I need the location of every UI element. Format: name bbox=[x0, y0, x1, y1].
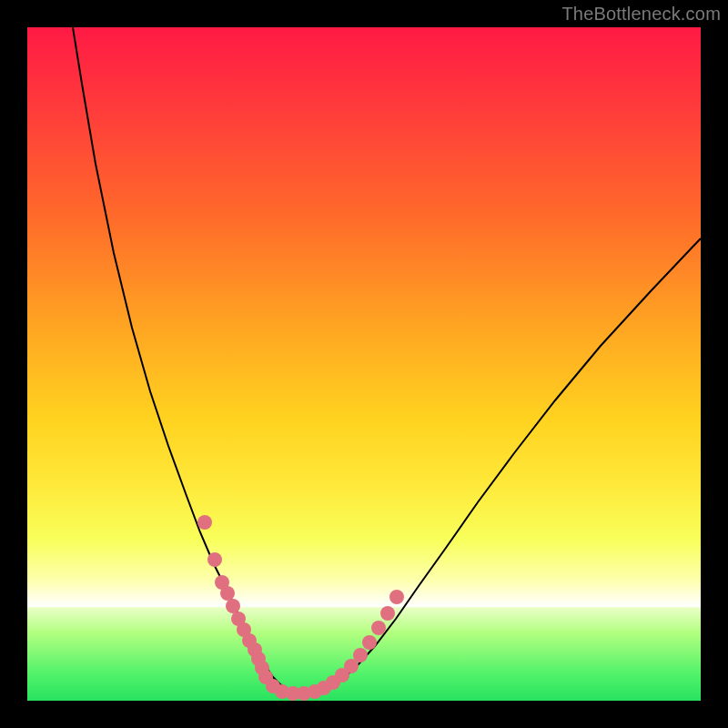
dots-right-dot bbox=[371, 621, 386, 635]
watermark-text: TheBottleneck.com bbox=[561, 4, 721, 25]
dots-left-dot bbox=[220, 586, 235, 601]
dots-left-dot bbox=[226, 599, 240, 613]
dots-left-dot bbox=[197, 515, 212, 530]
dots-left-dot bbox=[207, 552, 222, 567]
dots-bottom-dot bbox=[317, 681, 331, 695]
plot-area bbox=[27, 27, 701, 701]
dots-left-dot bbox=[255, 661, 269, 675]
dots-left-dot bbox=[242, 633, 257, 648]
dots-left-dot bbox=[258, 670, 273, 684]
dots-bottom-dot bbox=[266, 679, 280, 693]
dots-right-group bbox=[326, 590, 404, 690]
chart-frame: TheBottleneck.com bbox=[0, 0, 728, 728]
dots-bottom-dot bbox=[297, 686, 311, 701]
curve-path bbox=[73, 27, 701, 693]
dots-right-dot bbox=[326, 675, 340, 690]
dots-left-group bbox=[197, 515, 273, 684]
dots-left-dot bbox=[251, 652, 266, 666]
dots-right-dot bbox=[353, 648, 368, 662]
dots-right-dot bbox=[335, 668, 349, 682]
chart-svg bbox=[27, 27, 701, 701]
dots-bottom-group bbox=[266, 679, 331, 701]
dots-right-dot bbox=[362, 635, 377, 650]
dots-bottom-dot bbox=[286, 686, 300, 701]
dots-bottom-dot bbox=[275, 684, 289, 699]
dots-right-dot bbox=[389, 590, 404, 604]
dots-right-dot bbox=[380, 606, 395, 621]
dots-left-dot bbox=[248, 642, 262, 657]
dots-left-dot bbox=[237, 622, 251, 637]
dots-left-dot bbox=[215, 575, 229, 590]
dots-right-dot bbox=[344, 659, 359, 673]
dots-left-dot bbox=[231, 612, 246, 626]
dots-bottom-dot bbox=[308, 684, 322, 699]
